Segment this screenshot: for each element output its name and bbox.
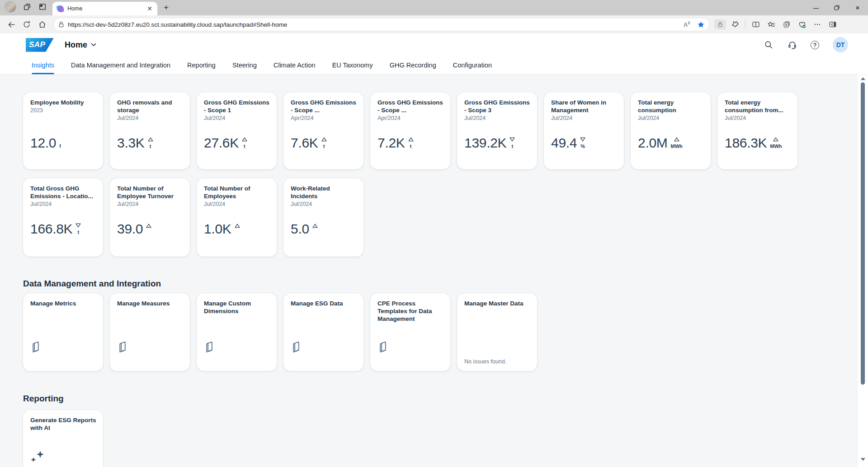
kpi-value: 39.0 (117, 222, 143, 236)
report-tile[interactable]: Generate ESG Reports with AI (23, 410, 103, 467)
user-avatar[interactable]: DT (833, 37, 848, 52)
launch-tile[interactable]: Manage Measures (110, 293, 190, 371)
launch-tile[interactable]: CPE Process Templates for Data Managemen… (370, 293, 450, 371)
kpi-value: 166.8K (30, 222, 72, 236)
kpi-row: Employee Mobility 2023 12.0 t GHG remova… (23, 92, 854, 169)
kpi-indicator: t (321, 137, 327, 150)
kpi-value-row: 7.2K t (377, 136, 414, 150)
kpi-value: 5.0 (291, 222, 309, 236)
kpi-tile[interactable]: Work-Related Incidents Jul/2024 5.0 (283, 178, 363, 257)
kpi-tile[interactable]: Total Gross GHG Emissions - Locatio... J… (23, 178, 103, 257)
extensions-icon[interactable] (728, 18, 741, 31)
browser-tab[interactable]: Home ✕ (52, 2, 157, 15)
home-icon[interactable] (35, 18, 49, 31)
tab-close-icon[interactable]: ✕ (146, 5, 154, 12)
kpi-unit: t (410, 144, 412, 149)
nav-tab-insights[interactable]: Insights (32, 56, 54, 74)
window-restore-button[interactable] (826, 0, 847, 15)
browser-profile-avatar[interactable] (5, 1, 16, 13)
kpi-tile[interactable]: Gross GHG Emissions - Scope ... Apr/2024… (283, 92, 363, 169)
kpi-subtitle: Jul/2024 (204, 115, 270, 121)
collections-icon[interactable] (780, 18, 793, 31)
refresh-icon[interactable] (20, 18, 33, 31)
report-tile-title: Generate ESG Reports with AI (30, 416, 97, 432)
workspaces-icon[interactable] (23, 2, 32, 11)
open-box-icon (30, 340, 42, 354)
nav-tab-steering[interactable]: Steering (232, 56, 257, 74)
nav-tab-configuration[interactable]: Configuration (453, 56, 492, 74)
kpi-tile[interactable]: Gross GHG Emissions - Scope ... Apr/2024… (370, 92, 450, 169)
kpi-indicator: % (580, 137, 585, 150)
shell-nav: Insights Data Management and Integration… (0, 56, 868, 74)
kpi-subtitle: Jul/2024 (204, 201, 270, 207)
sidebar-toggle-icon[interactable] (826, 18, 840, 31)
nav-tab-label: Steering (232, 62, 257, 69)
lock-icon[interactable] (58, 21, 64, 28)
scroll-up-icon[interactable] (860, 76, 866, 81)
split-screen-icon[interactable] (749, 18, 763, 31)
kpi-value: 7.2K (377, 136, 405, 150)
nav-tab-ghg-recording[interactable]: GHG Recording (390, 56, 436, 74)
launch-tile[interactable]: Manage Metrics (23, 293, 103, 371)
kpi-title: Total Gross GHG Emissions - Locatio... (30, 185, 97, 200)
new-tab-button[interactable]: + (164, 3, 169, 13)
read-aloud-icon[interactable]: A (684, 21, 691, 28)
kpi-tile[interactable]: Total energy consumption from... Jul/202… (717, 92, 797, 169)
tab-actions-icon[interactable] (38, 2, 47, 11)
scrollbar-thumb[interactable] (861, 82, 865, 385)
nav-tab-climate-action[interactable]: Climate Action (274, 56, 316, 74)
nav-tab-label: Climate Action (274, 62, 316, 69)
nav-tab-eu-taxonomy[interactable]: EU Taxonomy (332, 56, 373, 74)
kpi-subtitle: 2023 (30, 107, 97, 114)
kpi-value-row: 186.3K MWh (725, 136, 782, 150)
kpi-tile[interactable]: Total Number of Employee Turnover Jul/20… (110, 178, 190, 257)
search-icon[interactable] (764, 40, 774, 50)
trend-up-icon (146, 224, 151, 228)
kpi-rows: Employee Mobility 2023 12.0 t GHG remova… (23, 92, 854, 257)
page-scrollbar[interactable] (858, 74, 868, 467)
help-icon[interactable]: ? (811, 41, 819, 49)
trend-up-icon (242, 137, 247, 142)
nav-tab-reporting[interactable]: Reporting (187, 56, 216, 74)
open-box-icon (377, 340, 389, 354)
kpi-subtitle: Apr/2024 (291, 115, 357, 121)
scroll-down-icon[interactable] (860, 457, 866, 462)
browser-essentials-icon[interactable] (795, 18, 809, 31)
kpi-tile[interactable]: GHG removals and storage Jul/2024 3.3K t (110, 92, 190, 169)
kpi-title: Total energy consumption from... (725, 99, 791, 114)
kpi-tile[interactable]: Employee Mobility 2023 12.0 t (23, 92, 103, 169)
kpi-subtitle: Jul/2024 (551, 115, 618, 121)
bookmark-star-icon[interactable] (697, 21, 705, 29)
kpi-title: Total energy consumption (638, 99, 704, 114)
trend-up-icon (148, 137, 153, 142)
back-icon[interactable] (5, 18, 18, 31)
nav-tab-data-management-and-integration[interactable]: Data Management and Integration (71, 56, 170, 74)
kpi-title: Total Number of Employees (204, 185, 270, 200)
url-text: https://sct-dev-5d2z08z7.eu20.sct.sustai… (68, 21, 684, 28)
nav-tab-label: Data Management and Integration (71, 62, 170, 69)
password-manager-icon[interactable] (714, 19, 726, 29)
kpi-tile[interactable]: Gross GHG Emissions - Scope 1 Jul/2024 2… (197, 92, 277, 169)
kpi-title: Gross GHG Emissions - Scope 3 (464, 99, 531, 114)
kpi-tile[interactable]: Gross GHG Emissions - Scope 3 Jul/2024 1… (457, 92, 537, 169)
sap-logo[interactable]: SAP (26, 38, 54, 52)
kpi-indicator (146, 223, 151, 236)
kpi-tile[interactable]: Total energy consumption Jul/2024 2.0M M… (631, 92, 711, 169)
shell-header: SAP Home ? DT (0, 33, 868, 56)
kpi-subtitle: Jul/2024 (464, 115, 531, 121)
settings-more-icon[interactable] (811, 18, 824, 31)
launch-tile[interactable]: Manage Custom Dimensions (197, 293, 277, 371)
kpi-tile[interactable]: Share of Women in Management Jul/2024 49… (544, 92, 624, 169)
url-bar[interactable]: https://sct-dev-5d2z08z7.eu20.sct.sustai… (53, 18, 710, 31)
kpi-subtitle: Jul/2024 (30, 201, 97, 207)
window-minimize-button[interactable]: — (806, 0, 826, 15)
kpi-subtitle: Jul/2024 (291, 201, 357, 207)
shell-title-menu[interactable]: Home (65, 40, 96, 50)
launch-tile[interactable]: Manage ESG Data (283, 293, 363, 371)
trend-up-icon (674, 137, 679, 142)
kpi-tile[interactable]: Total Number of Employees Jul/2024 1.0K (197, 178, 277, 257)
favorites-icon[interactable] (764, 18, 778, 31)
launch-tile[interactable]: Manage Master Data No issues found. (457, 293, 537, 371)
window-close-button[interactable]: ✕ (847, 0, 868, 15)
support-headset-icon[interactable] (787, 40, 797, 50)
